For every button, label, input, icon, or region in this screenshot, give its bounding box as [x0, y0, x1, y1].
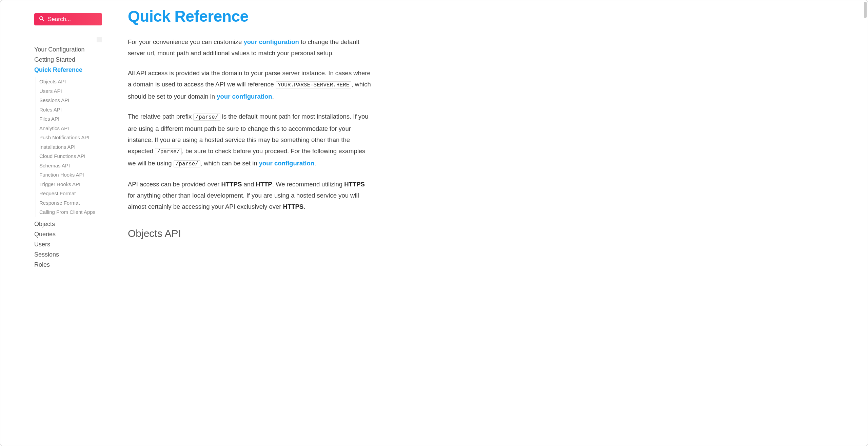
nav-quick-reference[interactable]: Quick Reference: [34, 65, 102, 75]
text: for anything other than local developmen…: [128, 192, 359, 210]
text: . We recommend utilizing: [272, 181, 344, 188]
nav-sub-objects-api[interactable]: Objects API: [39, 77, 102, 86]
code-parse-path-1: /parse/: [193, 114, 220, 121]
search-input[interactable]: [48, 16, 97, 23]
link-your-configuration-2[interactable]: your configuration: [217, 93, 272, 100]
sidebar: Your Configuration Getting Started Quick…: [0, 0, 109, 446]
link-your-configuration-1[interactable]: your configuration: [243, 38, 299, 45]
intro-paragraph-4: API access can be provided over HTTPS an…: [128, 179, 372, 212]
nav-sub-installations-api[interactable]: Installations API: [39, 142, 102, 152]
nav-sub-trigger-hooks-api[interactable]: Trigger Hooks API: [39, 180, 102, 189]
nav-your-configuration[interactable]: Your Configuration: [34, 44, 102, 55]
nav-quick-reference-children: Objects API Users API Sessions API Roles…: [36, 77, 102, 217]
nav-sub-users-api[interactable]: Users API: [39, 86, 102, 96]
nav-sub-schemas-api[interactable]: Schemas API: [39, 161, 102, 170]
nav-sub-sessions-api[interactable]: Sessions API: [39, 96, 102, 105]
sidebar-nav: Your Configuration Getting Started Quick…: [34, 44, 102, 270]
search-box[interactable]: [34, 13, 102, 25]
text: The relative path prefix: [128, 113, 193, 120]
nav-quick-reference-sub-wrapper: Objects API Users API Sessions API Roles…: [34, 77, 102, 217]
search-icon: [39, 16, 44, 23]
svg-line-1: [42, 19, 44, 21]
link-your-configuration-3[interactable]: your configuration: [259, 160, 314, 167]
text: and: [242, 181, 256, 188]
intro-paragraph-2: All API access is provided via the domai…: [128, 67, 372, 102]
nav-sub-calling-from-client-apps[interactable]: Calling From Client Apps: [39, 207, 102, 217]
intro-paragraph-3: The relative path prefix /parse/ is the …: [128, 111, 372, 170]
main-content: Quick Reference For your convenience you…: [109, 0, 414, 446]
nav-sub-roles-api[interactable]: Roles API: [39, 105, 102, 115]
nav-sub-cloud-functions-api[interactable]: Cloud Functions API: [39, 151, 102, 161]
page-title: Quick Reference: [128, 7, 400, 25]
nav-sub-request-format[interactable]: Request Format: [39, 189, 102, 198]
nav-sub-analytics-api[interactable]: Analytics API: [39, 124, 102, 133]
bold-https-2: HTTPS: [344, 181, 365, 188]
app-frame: Your Configuration Getting Started Quick…: [0, 0, 868, 446]
nav-sub-files-api[interactable]: Files API: [39, 114, 102, 124]
nav-roles[interactable]: Roles: [34, 260, 102, 270]
nav-getting-started[interactable]: Getting Started: [34, 55, 102, 65]
code-parse-path-3: /parse/: [174, 160, 200, 167]
bold-http: HTTP: [256, 181, 272, 188]
text: , which can be set in: [200, 160, 259, 167]
nav-sub-push-notifications-api[interactable]: Push Notifications API: [39, 133, 102, 142]
code-parse-path-2: /parse/: [155, 148, 182, 155]
text: .: [303, 203, 305, 210]
nav-users[interactable]: Users: [34, 239, 102, 249]
scrollbar-track[interactable]: [863, 0, 868, 446]
bold-https-3: HTTPS: [283, 203, 304, 210]
nav-sessions[interactable]: Sessions: [34, 249, 102, 260]
text: .: [272, 93, 274, 100]
layout: Your Configuration Getting Started Quick…: [0, 0, 868, 446]
text: For your convenience you can customize: [128, 38, 243, 45]
nav-objects[interactable]: Objects: [34, 219, 102, 229]
text: API access can be provided over: [128, 181, 221, 188]
nav-queries[interactable]: Queries: [34, 229, 102, 239]
bold-https-1: HTTPS: [221, 181, 242, 188]
nav-sub-response-format[interactable]: Response Format: [39, 198, 102, 208]
intro-paragraph-1: For your convenience you can customize y…: [128, 36, 372, 59]
nav-sub-function-hooks-api[interactable]: Function Hooks API: [39, 170, 102, 180]
scrollbar-thumb[interactable]: [864, 2, 867, 18]
text: .: [314, 160, 316, 167]
code-server-placeholder: YOUR.PARSE-SERVER.HERE: [276, 81, 351, 88]
nav-section-marker: [97, 37, 102, 42]
section-title-objects-api: Objects API: [128, 228, 400, 239]
